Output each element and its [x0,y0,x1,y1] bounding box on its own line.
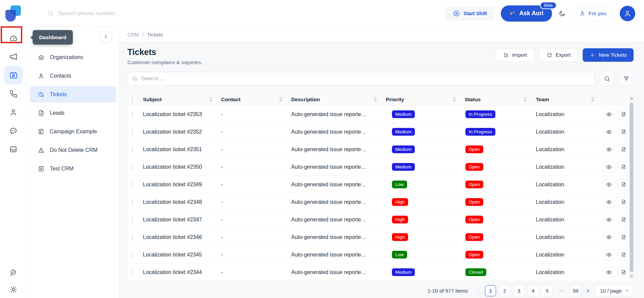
cell-subject[interactable]: Localization ticket #2344 [143,269,221,275]
row-checkbox[interactable] [132,199,133,205]
document-button[interactable] [618,214,629,225]
view-button[interactable] [603,249,615,261]
column-header-description[interactable]: Description [291,97,386,103]
table-search-input[interactable] [141,76,590,82]
page-size-select[interactable]: 10 / page [595,285,634,296]
app-logo[interactable] [0,0,27,27]
view-button[interactable] [603,161,615,173]
view-button[interactable] [603,214,615,225]
page-button[interactable]: 4 [527,285,539,296]
document-button[interactable] [618,109,629,120]
rail-item-calls[interactable] [4,84,23,103]
document-button[interactable] [618,196,629,208]
phone-search-input[interactable] [58,10,446,17]
view-button[interactable] [603,109,615,120]
sidebar-item-contacts[interactable]: Contacts [30,68,116,84]
table-row: Localization ticket #2353 - Auto-generat… [127,106,634,123]
page-button[interactable]: 58 [570,285,581,296]
export-button[interactable]: Export [539,48,578,62]
view-button[interactable] [603,267,615,278]
row-checkbox[interactable] [132,164,133,170]
cell-subject[interactable]: Localization ticket #2349 [143,182,221,188]
view-button[interactable] [603,144,615,155]
dark-mode-toggle[interactable] [558,10,566,17]
row-checkbox[interactable] [132,234,133,240]
rail-item-settings[interactable] [4,281,23,298]
cell-subject[interactable]: Localization ticket #2347 [143,217,221,223]
scroll-up-arrow[interactable] [630,97,633,99]
cell-subject[interactable]: Localization ticket #2345 [143,252,221,258]
row-checkbox[interactable] [132,181,133,188]
user-avatar[interactable] [620,6,635,21]
sidebar-item-tickets[interactable]: Tickets [30,86,116,103]
cell-subject[interactable]: Localization ticket #2352 [143,129,221,135]
table-scrollbar[interactable] [629,94,634,280]
document-button[interactable] [618,249,629,261]
rail-item-inbox[interactable] [4,140,23,159]
import-button[interactable]: Import [496,48,534,62]
row-checkbox[interactable] [132,111,133,117]
sort-icon[interactable] [374,97,377,102]
sort-icon[interactable] [279,97,282,102]
sidebar-item-organizations[interactable]: Organizations [30,49,116,65]
document-button[interactable] [618,232,629,243]
document-button[interactable] [618,179,629,190]
filter-button[interactable] [619,71,634,86]
rail-item-crm[interactable] [4,66,23,84]
rail-item-dashboard[interactable] [4,29,23,47]
cell-subject[interactable]: Localization ticket #2353 [143,111,221,117]
page-button[interactable]: 1 [485,285,496,296]
start-shift-button[interactable]: Start Shift [446,6,494,21]
page-button[interactable]: ••• [556,285,567,296]
column-header-team[interactable]: Team [536,97,603,103]
prev-page-button[interactable] [474,285,482,296]
document-button[interactable] [618,267,629,278]
sort-icon[interactable] [453,97,456,102]
column-header-contact[interactable]: Contact [221,97,291,103]
row-checkbox[interactable] [132,269,133,275]
rail-item-campaigns[interactable] [4,47,23,66]
rail-item-chat[interactable] [4,121,23,140]
row-checkbox[interactable] [132,129,133,135]
rail-item-contacts[interactable] [4,103,23,121]
sidebar-item-campaign-example[interactable]: Campaign Example [30,124,116,140]
page-button[interactable]: 3 [513,285,524,296]
document-button[interactable] [618,161,629,173]
select-all-checkbox[interactable] [132,96,133,103]
row-checkbox[interactable] [132,216,133,223]
sort-icon[interactable] [524,97,527,102]
cell-subject[interactable]: Localization ticket #2351 [143,146,221,153]
sort-icon[interactable] [209,97,212,102]
view-button[interactable] [603,196,615,208]
breadcrumb-root[interactable]: CRM [127,32,139,37]
page-button[interactable]: 2 [499,285,510,296]
sort-icon[interactable] [591,97,594,102]
new-tickets-button[interactable]: New Tickets [583,48,634,62]
column-header-priority[interactable]: Priority [386,97,465,103]
cell-subject[interactable]: Localization ticket #2350 [143,164,221,170]
scroll-down-arrow[interactable] [630,275,633,278]
view-button[interactable] [603,126,615,138]
for-you-button[interactable]: For you [572,6,613,21]
contact-card-icon [9,71,18,80]
sidebar-item-test-crm[interactable]: Test CRM [30,161,116,177]
column-header-subject[interactable]: Subject [143,97,221,103]
column-header-status[interactable]: Status [465,97,536,103]
ask-auri-button[interactable]: Ask Auri Beta [501,5,552,22]
view-button[interactable] [603,179,615,190]
row-checkbox[interactable] [132,146,133,153]
sidebar-item-leads[interactable]: Leads [30,105,116,121]
sidebar-item-do-not-delete-crm[interactable]: Do Not Delete CRM [30,142,116,158]
next-page-button[interactable] [584,285,592,296]
search-button[interactable] [600,71,614,86]
scrollbar-thumb[interactable] [630,103,633,272]
document-button[interactable] [618,144,629,155]
rail-item-search[interactable] [4,264,23,281]
row-checkbox[interactable] [132,251,133,258]
page-button[interactable]: 5 [542,285,553,296]
document-button[interactable] [618,126,629,138]
cell-subject[interactable]: Localization ticket #2348 [143,199,221,205]
view-button[interactable] [603,232,615,243]
collapse-sidebar-button[interactable] [100,31,112,43]
cell-subject[interactable]: Localization ticket #2346 [143,234,221,240]
